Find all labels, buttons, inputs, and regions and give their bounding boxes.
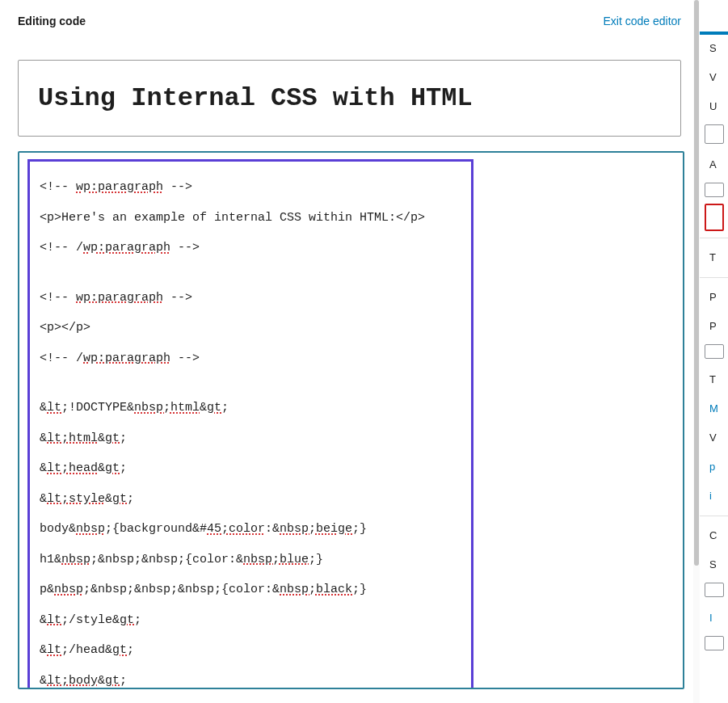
sidebar-item[interactable]: V bbox=[700, 423, 728, 453]
settings-sidebar: S V U A T P P T M V p i C S I bbox=[699, 0, 728, 703]
sidebar-box-alert[interactable] bbox=[705, 204, 724, 231]
code-line: <!-- /wp:paragraph --> bbox=[40, 351, 461, 367]
editing-code-label: Editing code bbox=[18, 15, 86, 27]
sidebar-item[interactable]: i bbox=[700, 482, 728, 511]
code-line: &lt;body&gt; bbox=[40, 673, 461, 689]
code-line: &lt;!DOCTYPE&nbsp;html&gt; bbox=[40, 400, 461, 416]
post-title-text: Using Internal CSS with HTML bbox=[38, 83, 661, 113]
sidebar-item[interactable]: T bbox=[700, 365, 728, 394]
sidebar-box[interactable] bbox=[705, 344, 724, 359]
code-line: &lt;style&gt; bbox=[40, 491, 461, 507]
editor-header: Editing code Exit code editor bbox=[0, 15, 699, 27]
code-line: <p></p> bbox=[40, 320, 461, 336]
sidebar-item[interactable]: S bbox=[700, 550, 728, 579]
scrollbar-thumb[interactable] bbox=[694, 0, 699, 566]
code-editor-textarea[interactable]: <!-- wp:paragraph --><p>Here's an exampl… bbox=[18, 151, 684, 689]
code-content: <!-- wp:paragraph --><p>Here's an exampl… bbox=[40, 179, 461, 688]
code-line: <!-- wp:paragraph --> bbox=[40, 179, 461, 196]
exit-code-editor-link[interactable]: Exit code editor bbox=[604, 15, 682, 27]
sidebar-divider bbox=[700, 277, 728, 278]
sidebar-item[interactable]: P bbox=[700, 312, 728, 341]
sidebar-box[interactable] bbox=[705, 183, 724, 197]
code-line: p&nbsp;&nbsp;&nbsp;&nbsp;{color:&nbsp;bl… bbox=[40, 582, 461, 598]
sidebar-item[interactable]: P bbox=[700, 283, 728, 312]
sidebar-tab-post[interactable] bbox=[700, 0, 728, 34]
sidebar-divider bbox=[700, 238, 728, 238]
post-title-field[interactable]: Using Internal CSS with HTML bbox=[18, 60, 681, 137]
code-line: &lt;/style&gt; bbox=[40, 612, 461, 629]
code-line: h1&nbsp;&nbsp;&nbsp;{color:&nbsp;blue;} bbox=[40, 552, 461, 568]
sidebar-box[interactable] bbox=[705, 583, 724, 597]
code-line: <p>Here's an example of internal CSS wit… bbox=[40, 210, 461, 226]
code-line: body&nbsp;{background&#45;color:&nbsp;be… bbox=[40, 521, 461, 537]
sidebar-tab-indicator bbox=[700, 32, 728, 35]
editor-scrollbar[interactable] bbox=[693, 0, 700, 703]
code-line: <!-- /wp:paragraph --> bbox=[40, 240, 461, 256]
sidebar-item[interactable]: I bbox=[700, 604, 728, 633]
code-highlight-overlay: <!-- wp:paragraph --><p>Here's an exampl… bbox=[27, 159, 473, 689]
sidebar-item[interactable]: T bbox=[700, 243, 728, 272]
sidebar-box[interactable] bbox=[705, 124, 724, 144]
sidebar-item[interactable]: M bbox=[700, 394, 728, 423]
sidebar-divider bbox=[700, 516, 728, 516]
sidebar-item[interactable]: V bbox=[700, 63, 728, 92]
sidebar-item[interactable]: A bbox=[700, 150, 728, 179]
sidebar-item[interactable]: C bbox=[700, 521, 728, 550]
sidebar-item[interactable]: p bbox=[700, 453, 728, 482]
code-line: &lt;head&gt; bbox=[40, 461, 461, 477]
code-line: <!-- wp:paragraph --> bbox=[40, 290, 461, 306]
sidebar-item[interactable]: S bbox=[700, 34, 728, 63]
code-line: &lt;html&gt; bbox=[40, 431, 461, 447]
code-line: &lt;/head&gt; bbox=[40, 642, 461, 659]
sidebar-item[interactable]: U bbox=[700, 92, 728, 121]
editor-area: Editing code Exit code editor Using Inte… bbox=[0, 0, 699, 703]
sidebar-box[interactable] bbox=[705, 636, 724, 650]
